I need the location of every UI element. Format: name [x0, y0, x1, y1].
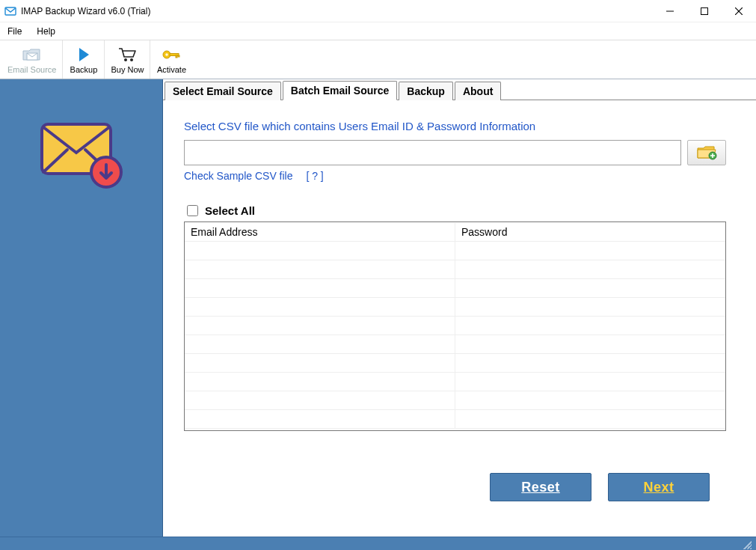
- toolbar-activate[interactable]: Activate: [150, 40, 192, 79]
- select-all-row: Select All: [184, 203, 726, 219]
- status-bar: [0, 537, 756, 550]
- resize-grip[interactable]: [741, 539, 752, 549]
- sidebar: [0, 79, 163, 537]
- browse-button[interactable]: [687, 140, 726, 165]
- app-icon: [4, 5, 16, 17]
- table-row: [185, 242, 725, 260]
- toolbar-buy-now-label: Buy Now: [111, 65, 144, 74]
- title-bar: IMAP Backup Wizard v6.0 (Trial): [0, 0, 756, 22]
- table-row: [185, 335, 725, 354]
- select-all-checkbox[interactable]: [187, 205, 198, 216]
- maximize-button[interactable]: [687, 0, 722, 22]
- content-area: Select Email Source Batch Email Source B…: [163, 79, 756, 537]
- accounts-grid: Email Address Password: [184, 221, 726, 431]
- col-password-header[interactable]: Password: [455, 223, 725, 241]
- toolbar-backup-label: Backup: [70, 65, 98, 74]
- select-all-label: Select All: [205, 204, 255, 217]
- grid-body: [185, 242, 725, 430]
- folder-mail-icon: [22, 46, 43, 64]
- svg-rect-11: [176, 55, 177, 58]
- svg-point-6: [124, 58, 127, 61]
- col-email-header[interactable]: Email Address: [185, 223, 455, 241]
- close-button[interactable]: [722, 0, 756, 22]
- key-icon: [161, 46, 182, 64]
- toolbar-email-source-label: Email Source: [7, 65, 56, 74]
- play-icon: [76, 46, 91, 64]
- table-row: [185, 317, 725, 335]
- next-button[interactable]: Next: [608, 473, 710, 501]
- main-area: Select Email Source Batch Email Source B…: [0, 79, 756, 537]
- tab-body-batch: Select CSV file which contains Users Ema…: [163, 100, 756, 516]
- window-title: IMAP Backup Wizard v6.0 (Trial): [21, 6, 150, 16]
- svg-rect-12: [178, 55, 179, 57]
- instruction-text: Select CSV file which contains Users Ema…: [184, 120, 726, 132]
- table-row: [185, 391, 725, 410]
- toolbar: Email Source Backup Buy Now: [0, 40, 756, 79]
- cart-icon: [117, 46, 137, 64]
- toolbar-email-source[interactable]: Email Source: [1, 40, 63, 79]
- help-link[interactable]: [ ? ]: [306, 170, 323, 182]
- minimize-button[interactable]: [653, 0, 687, 22]
- toolbar-backup[interactable]: Backup: [63, 40, 105, 79]
- toolbar-buy-now[interactable]: Buy Now: [105, 40, 150, 79]
- table-row: [185, 354, 725, 373]
- window-controls: [653, 0, 756, 22]
- mail-download-icon: [37, 117, 126, 537]
- tab-about[interactable]: About: [455, 82, 501, 100]
- svg-rect-2: [701, 7, 708, 14]
- table-row: [185, 279, 725, 298]
- svg-point-7: [130, 58, 133, 61]
- svg-point-9: [166, 53, 169, 56]
- action-row: Reset Next: [184, 473, 726, 501]
- csv-row: [184, 140, 726, 165]
- tabstrip: Select Email Source Batch Email Source B…: [163, 79, 756, 100]
- reset-button[interactable]: Reset: [490, 473, 591, 501]
- table-row: [185, 410, 725, 429]
- table-row: [185, 260, 725, 279]
- check-sample-link[interactable]: Check Sample CSV file: [184, 170, 293, 182]
- table-row: [185, 373, 725, 391]
- toolbar-activate-label: Activate: [157, 65, 186, 74]
- tab-batch-email-source[interactable]: Batch Email Source: [283, 81, 398, 100]
- table-row: [185, 298, 725, 317]
- menu-help[interactable]: Help: [29, 22, 63, 40]
- folder-add-icon: [695, 143, 718, 163]
- links-row: Check Sample CSV file [ ? ]: [184, 170, 726, 182]
- menu-file[interactable]: File: [0, 22, 29, 40]
- tab-select-email-source[interactable]: Select Email Source: [165, 82, 281, 100]
- grid-header: Email Address Password: [185, 222, 725, 242]
- csv-path-input[interactable]: [184, 140, 681, 165]
- menu-bar: File Help: [0, 22, 756, 40]
- tab-backup[interactable]: Backup: [399, 82, 453, 100]
